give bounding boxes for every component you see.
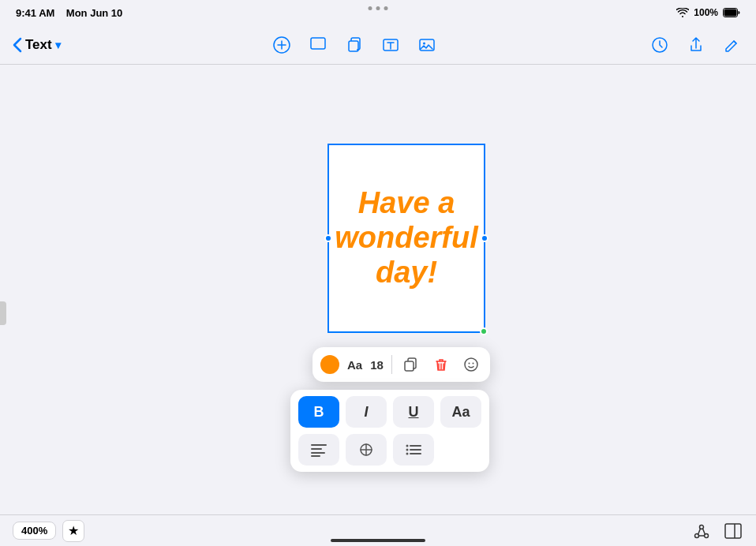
svg-point-15 [406, 449, 409, 451]
text-format-icon[interactable] [380, 34, 402, 56]
svg-rect-20 [725, 524, 741, 538]
side-tab[interactable] [0, 301, 6, 325]
title-area: Text ▾ [25, 37, 61, 53]
align-left-icon [310, 443, 327, 457]
svg-rect-3 [311, 38, 325, 49]
svg-point-16 [406, 453, 409, 455]
home-indicator [331, 539, 425, 542]
bottom-left: 400% ★ [13, 520, 84, 542]
svg-rect-1 [724, 9, 737, 17]
time-display: 9:41 AM [16, 7, 54, 19]
toolbar: Text ▾ [0, 25, 756, 65]
wifi-icon [676, 8, 689, 17]
back-button[interactable] [13, 37, 22, 53]
color-picker-button[interactable] [320, 355, 339, 374]
format-toolbar: B I U Aa [290, 390, 489, 472]
list-icon [405, 443, 422, 457]
toolbar-center [271, 34, 438, 56]
list-button[interactable] [393, 434, 434, 466]
status-bar: 9:41 AM Mon Jun 10 100% [0, 0, 756, 25]
resize-handle-right[interactable] [481, 234, 488, 242]
underline-button[interactable]: U [393, 396, 434, 428]
resize-handle-bottom-right[interactable] [480, 327, 488, 335]
battery-icon [723, 8, 740, 17]
page-title: Text [25, 37, 52, 53]
align-left-button[interactable] [298, 434, 339, 466]
toolbar-right [649, 34, 743, 56]
top-dots [369, 6, 388, 10]
bookmark-button[interactable]: ★ [62, 520, 84, 542]
share-icon[interactable] [685, 34, 707, 56]
emoji-button[interactable] [460, 353, 482, 376]
battery-display: 100% [694, 7, 718, 18]
toolbar-left: Text ▾ [13, 37, 61, 53]
status-time: 9:41 AM Mon Jun 10 [16, 7, 122, 19]
svg-point-7 [423, 42, 425, 44]
copy-button[interactable] [400, 353, 422, 376]
divider-1 [391, 355, 392, 374]
markup-icon[interactable] [271, 34, 293, 56]
bold-button[interactable]: B [298, 396, 339, 428]
text-box[interactable]: Have a wonderful day! [327, 144, 485, 333]
image-icon[interactable] [416, 34, 438, 56]
center-button[interactable] [346, 434, 387, 466]
edit-icon[interactable] [721, 34, 743, 56]
layers-icon[interactable] [343, 34, 365, 56]
node-graph-icon[interactable] [691, 521, 712, 541]
float-toolbar: Aa 18 [313, 347, 490, 382]
delete-button[interactable] [430, 353, 452, 376]
canvas-area: Have a wonderful day! Aa 18 [0, 65, 756, 514]
shapes-icon[interactable] [307, 34, 329, 56]
svg-point-11 [468, 363, 470, 365]
resize-handle-left[interactable] [324, 234, 332, 242]
zoom-level[interactable]: 400% [13, 522, 56, 540]
svg-point-12 [472, 363, 473, 365]
status-right: 100% [676, 7, 740, 18]
font-style-button[interactable]: Aa [347, 358, 362, 372]
font-style-dropdown[interactable]: Aa [440, 396, 481, 428]
format-row-1: B I U Aa [298, 396, 481, 428]
italic-button[interactable]: I [346, 396, 387, 428]
text-box-content: Have a wonderful day! [327, 178, 486, 297]
settings-icon[interactable] [649, 34, 671, 56]
panel-icon[interactable] [723, 521, 743, 541]
bottom-right [691, 521, 743, 541]
font-size-display[interactable]: 18 [370, 358, 384, 372]
date-display: Mon Jun 10 [66, 7, 123, 19]
svg-point-10 [465, 358, 477, 371]
dropdown-arrow[interactable]: ▾ [55, 39, 61, 51]
svg-point-14 [406, 445, 409, 447]
format-row-2 [298, 434, 481, 466]
distribute-icon [357, 443, 375, 457]
svg-rect-9 [405, 361, 414, 371]
